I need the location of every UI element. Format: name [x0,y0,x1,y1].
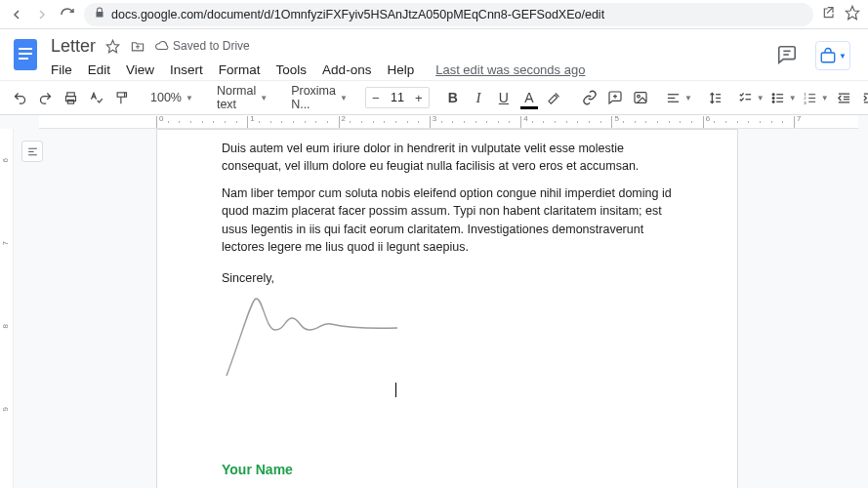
last-edit-link[interactable]: Last edit was seconds ago [435,62,585,77]
svg-text:3: 3 [804,100,806,104]
menu-addons[interactable]: Add-ons [322,62,371,77]
line-spacing-dropdown[interactable] [706,85,724,110]
share-url-icon[interactable] [821,5,837,23]
back-button[interactable] [8,6,25,23]
bold-button[interactable]: B [441,85,465,110]
url-text: docs.google.com/document/d/1OmnfyziFXFyi… [111,8,604,21]
closing-line[interactable]: Sincerely, [222,269,673,287]
zoom-dropdown[interactable]: 100%▼ [145,85,199,110]
svg-rect-16 [635,93,646,103]
drive-status[interactable]: Saved to Drive [155,39,250,53]
insert-image-button[interactable] [629,85,652,110]
menu-tools[interactable]: Tools [276,62,308,77]
forward-button[interactable] [33,6,51,23]
indent-decrease-button[interactable] [833,85,856,110]
italic-button[interactable]: I [467,85,490,110]
add-comment-button[interactable] [603,85,627,110]
checklist-button[interactable]: ▼ [736,85,766,110]
svg-point-28 [772,97,774,99]
move-document-icon[interactable] [130,39,145,54]
svg-point-29 [772,101,774,102]
menu-view[interactable]: View [126,62,154,77]
menu-insert[interactable]: Insert [170,62,203,77]
redo-button[interactable] [33,85,57,110]
insert-link-button[interactable] [578,85,601,110]
underline-button[interactable]: U [492,85,516,110]
font-size-value[interactable]: 11 [386,91,409,104]
highlight-button[interactable] [543,85,566,110]
font-size-stepper[interactable]: − 11 + [365,87,430,108]
vertical-ruler[interactable]: 678910 [0,129,14,488]
spellcheck-button[interactable] [84,85,107,110]
text-color-button[interactable]: A [517,85,541,110]
text-cursor [395,383,396,397]
star-document-icon[interactable] [105,39,120,54]
open-comments-icon[interactable] [776,44,798,68]
indent-increase-button[interactable] [858,85,868,110]
name-placeholder[interactable]: Your Name [222,460,673,479]
menu-format[interactable]: Format [219,62,261,77]
svg-point-17 [638,95,641,98]
lock-icon [94,7,105,21]
paragraph[interactable]: Nam liber tempor cum soluta nobis eleife… [222,184,673,256]
document-title[interactable]: Letter [51,36,96,57]
svg-rect-4 [19,58,28,60]
font-size-increment[interactable]: + [409,88,429,107]
svg-rect-11 [67,100,73,103]
reload-button[interactable] [59,6,76,23]
document-page[interactable]: Duis autem vel eum iriure dolor in hendr… [156,129,738,488]
print-button[interactable] [59,85,82,110]
svg-rect-8 [821,53,835,62]
undo-button[interactable] [8,85,31,110]
toolbar: 100%▼ Normal text▼ Proxima N...▼ − 11 + … [0,80,868,115]
font-dropdown[interactable]: Proxima N...▼ [285,85,353,110]
star-icon[interactable] [845,5,860,23]
paint-format-button[interactable] [109,85,133,110]
font-size-decrement[interactable]: − [366,88,386,107]
svg-marker-5 [106,40,119,53]
workspace: 678910 Duis autem vel eum iriure dolor i… [0,115,868,488]
browser-url-bar: docs.google.com/document/d/1OmnfyziFXFyi… [0,0,868,29]
horizontal-ruler[interactable] [39,115,858,129]
bulleted-list-button[interactable]: ▼ [768,85,799,110]
cloud-icon [155,39,169,53]
share-button[interactable]: ▼ [815,41,850,70]
svg-point-27 [772,93,774,95]
numbered-list-button[interactable]: 123▼ [801,85,831,110]
menu-edit[interactable]: Edit [88,62,110,77]
svg-marker-0 [846,6,858,19]
signature-image[interactable] [222,293,673,379]
title-bar: Letter Saved to Drive File Edit View Ins… [0,29,868,80]
align-dropdown[interactable]: ▼ [664,85,694,110]
menu-file[interactable]: File [51,62,72,77]
svg-rect-3 [19,53,32,55]
show-outline-button[interactable] [21,141,43,162]
svg-rect-13 [117,92,125,96]
menu-help[interactable]: Help [387,62,414,77]
paragraph-style-dropdown[interactable]: Normal text▼ [211,85,273,110]
paragraph[interactable]: Duis autem vel eum iriure dolor in hendr… [222,140,673,175]
address-bar[interactable]: docs.google.com/document/d/1OmnfyziFXFyi… [84,3,813,26]
docs-logo-icon[interactable] [10,35,41,74]
menu-bar: File Edit View Insert Format Tools Add-o… [51,59,766,80]
svg-rect-2 [19,48,32,50]
